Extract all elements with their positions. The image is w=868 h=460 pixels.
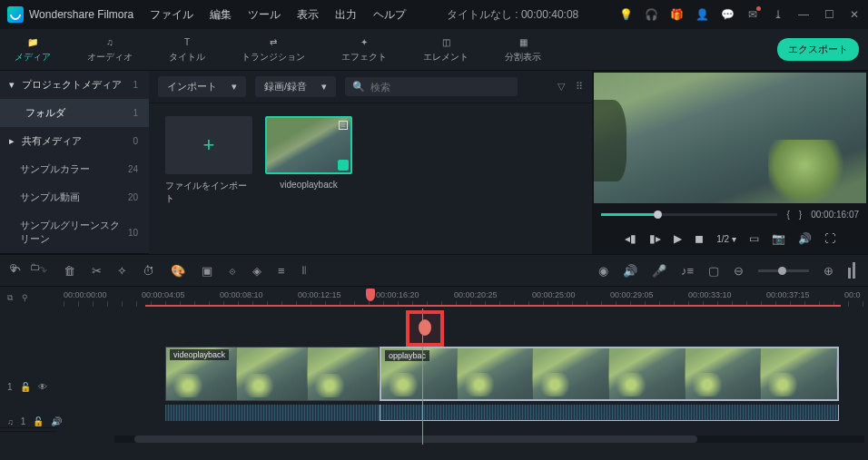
quality-icon[interactable]: ▭: [749, 232, 759, 245]
delete-icon[interactable]: 🗑: [64, 264, 75, 278]
timeline-clip[interactable]: videoplayback: [165, 347, 380, 401]
titlebar: Wondershare Filmora ファイル 編集 ツール 表示 出力 ヘル…: [0, 0, 868, 29]
message-icon[interactable]: 💬: [721, 8, 734, 21]
gift-icon[interactable]: 🎁: [670, 8, 683, 21]
stop-icon[interactable]: ◼: [695, 232, 704, 245]
timeline-ruler[interactable]: ⧉ ⚲ 00:00:00:00 00:00:04:05 00:00:08:10 …: [0, 287, 868, 308]
export-button[interactable]: エクスポート: [777, 38, 859, 61]
import-dropdown[interactable]: インポート▾: [158, 76, 246, 97]
close-icon[interactable]: ✕: [848, 8, 861, 21]
detach-icon[interactable]: ⟐: [229, 264, 236, 278]
zoom-out-icon[interactable]: ⊖: [734, 264, 744, 278]
minimize-icon[interactable]: —: [797, 8, 810, 21]
audio-track-number: 1: [21, 416, 26, 426]
tab-audio[interactable]: ♫ オーディオ: [82, 33, 138, 67]
brace-in[interactable]: {: [786, 210, 789, 220]
sidebar-item-sample-greenscreen[interactable]: サンプルグリーンスクリーン 10: [0, 211, 149, 253]
timeline-scrollbar[interactable]: [114, 436, 864, 443]
snapshot-icon[interactable]: 📷: [772, 232, 785, 245]
media-clip-card[interactable]: ⊞ videoplayback: [265, 116, 352, 190]
preview-panel: { } 00:00:16:07 ◂▮ ▮▸ ▶ ◼ 1/2 ▾ ▭ 📷 🔊 ⛶: [592, 71, 868, 254]
tab-transition[interactable]: ⇄ トランジション: [236, 33, 311, 67]
preview-video[interactable]: [594, 73, 866, 203]
sidebar-item-sample-color[interactable]: サンプルカラー 24: [0, 155, 149, 183]
sparkle-icon: ✦: [357, 36, 371, 49]
marker-list-icon[interactable]: ♪≡: [681, 264, 694, 278]
play-icon[interactable]: ▶: [674, 232, 682, 245]
user-icon[interactable]: 👤: [695, 8, 708, 21]
sidebar-item-folder[interactable]: フォルダ 1: [0, 99, 149, 127]
video-track[interactable]: videoplayback opplaybac: [165, 347, 839, 401]
menu-file[interactable]: ファイル: [150, 7, 193, 23]
audio-track[interactable]: [165, 405, 839, 421]
ripple-icon[interactable]: ⧉: [7, 293, 13, 303]
brand: Wondershare Filmora: [7, 6, 133, 23]
playhead-icon[interactable]: [366, 289, 375, 301]
prev-frame-icon[interactable]: ◂▮: [625, 232, 636, 245]
sidebar-item-project-media[interactable]: ▾プロジェクトメディア 1: [0, 71, 149, 99]
search-input[interactable]: 🔍: [345, 77, 518, 96]
menu-view[interactable]: 表示: [297, 7, 319, 23]
import-file-card[interactable]: + ファイルをインポート: [165, 116, 252, 205]
undo-icon[interactable]: ↶: [11, 264, 21, 278]
maximize-icon[interactable]: ☐: [823, 8, 835, 21]
adjust-icon[interactable]: ≡: [278, 264, 285, 278]
media-sidebar: ▾プロジェクトメディア 1 フォルダ 1 ▸共有メディア 0 サンプルカラー 2…: [0, 71, 149, 254]
filter-icon[interactable]: ▽: [557, 81, 565, 93]
sidebar-item-sample-video[interactable]: サンプル動画 20: [0, 183, 149, 211]
magnet-icon[interactable]: ⚲: [22, 293, 28, 302]
mixer-icon[interactable]: 🔊: [623, 264, 637, 278]
menu-edit[interactable]: 編集: [210, 7, 232, 23]
brace-out[interactable]: }: [799, 210, 802, 220]
record-dot-icon[interactable]: ◉: [598, 264, 608, 278]
redo-icon[interactable]: ↷: [37, 264, 47, 278]
timeline-clip-selected[interactable]: opplaybac: [380, 347, 839, 401]
audio-adjust-icon[interactable]: ⫴: [301, 263, 307, 278]
tab-title[interactable]: T タイトル: [163, 33, 211, 67]
tab-element[interactable]: ◫ エレメント: [418, 33, 474, 67]
timeline-fit-icon[interactable]: [848, 262, 857, 279]
keyframe-icon[interactable]: ◈: [252, 264, 261, 278]
audio-track-head[interactable]: ♫ 1 🔓 🔊: [0, 412, 56, 432]
tab-split[interactable]: ▦ 分割表示: [499, 33, 547, 67]
record-dropdown[interactable]: 録画/録音▾: [255, 76, 336, 97]
lock-icon[interactable]: 🔓: [20, 382, 31, 392]
clip-label: videoplayback: [170, 349, 229, 360]
lock-icon[interactable]: 🔓: [33, 416, 44, 426]
tab-label: エレメント: [423, 51, 469, 64]
color-icon[interactable]: 🎨: [171, 264, 185, 278]
marker-icon[interactable]: ▢: [708, 264, 719, 278]
record-marker-box[interactable]: [406, 310, 444, 347]
grid-view-icon[interactable]: ⠿: [576, 81, 583, 93]
menu-output[interactable]: 出力: [335, 7, 357, 23]
chevron-down-icon: ▾: [9, 79, 16, 86]
eye-icon[interactable]: 👁: [38, 382, 47, 392]
tab-effect[interactable]: ✦ エフェクト: [336, 33, 392, 67]
tab-media[interactable]: 📁 メディア: [9, 33, 56, 67]
headset-icon[interactable]: 🎧: [645, 8, 657, 21]
sidebar-item-shared-media[interactable]: ▸共有メディア 0: [0, 127, 149, 155]
main-menu: ファイル 編集 ツール 表示 出力 ヘルプ: [150, 7, 406, 23]
crop-icon[interactable]: ⟡: [118, 263, 126, 278]
scrub-slider[interactable]: [601, 213, 777, 216]
voiceover-icon[interactable]: 🎤: [652, 264, 666, 278]
zoom-slider[interactable]: [758, 269, 809, 272]
speed-icon[interactable]: ⏱: [143, 264, 154, 278]
fullscreen-icon[interactable]: ⛶: [824, 232, 835, 245]
page-indicator[interactable]: 1/2 ▾: [716, 234, 736, 244]
timeline: 1 🔓 👁 ♫ 1 🔓 🔊 videoplayback opplaybac: [0, 308, 868, 445]
zoom-in-icon[interactable]: ⊕: [824, 264, 833, 278]
chevron-right-icon: ▸: [9, 135, 16, 142]
greenscreen-icon[interactable]: ▣: [202, 264, 212, 278]
text-icon: T: [180, 36, 194, 49]
mail-icon[interactable]: ✉: [746, 8, 759, 21]
menu-tools[interactable]: ツール: [248, 7, 281, 23]
volume-icon[interactable]: 🔊: [798, 232, 812, 245]
cut-icon[interactable]: ✂: [92, 264, 102, 278]
download-icon[interactable]: ⤓: [772, 8, 784, 21]
menu-help[interactable]: ヘルプ: [373, 7, 406, 23]
lightbulb-icon[interactable]: 💡: [619, 8, 632, 21]
chevron-down-icon: ▾: [232, 81, 237, 93]
workspace-tabs: 📁 メディア ♫ オーディオ T タイトル ⇄ トランジション ✦ エフェクト …: [0, 29, 868, 71]
next-frame-icon[interactable]: ▮▸: [649, 232, 661, 245]
